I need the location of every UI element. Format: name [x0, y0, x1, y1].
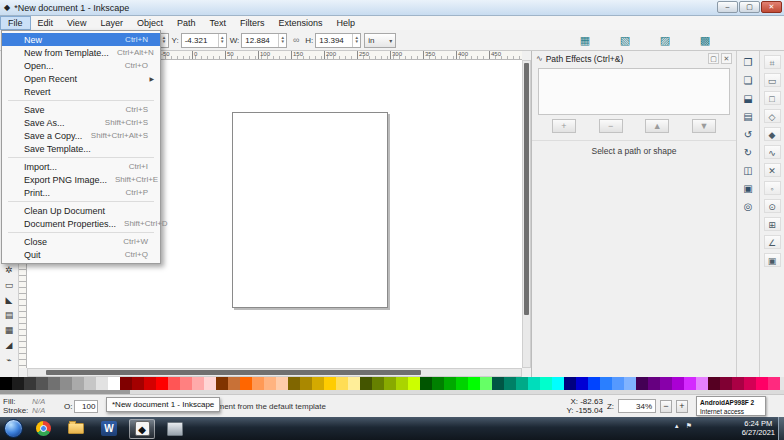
color-swatch[interactable] — [420, 377, 432, 390]
save-document-icon[interactable]: ⬓ — [740, 91, 757, 106]
menu-item[interactable]: Layer — [93, 16, 130, 30]
add-effect-button[interactable]: + — [552, 119, 576, 133]
file-menu-item[interactable]: Open... Ctrl+O — [2, 59, 160, 72]
taskbar-word-button[interactable]: W — [96, 419, 122, 439]
tray-caret-icon[interactable]: ▲ — [674, 423, 680, 429]
undo-icon[interactable]: ↺ — [740, 127, 757, 142]
eraser-tool-icon[interactable]: ▭ — [2, 278, 17, 292]
vertical-scrollbar-thumb[interactable] — [524, 63, 529, 315]
snap-nodes-icon[interactable]: ◆ — [764, 127, 781, 141]
color-swatch[interactable] — [192, 377, 204, 390]
zoom-in-button[interactable]: + — [676, 400, 688, 413]
width-input[interactable]: 12.884 ▲▼ — [241, 33, 287, 48]
menu-item[interactable]: Help — [329, 16, 362, 30]
file-menu-item[interactable]: Save Ctrl+S — [2, 103, 160, 116]
color-swatch[interactable] — [0, 377, 12, 390]
fill-stroke-indicator[interactable]: Fill: N/A Stroke: N/A — [3, 397, 45, 415]
move-patterns-icon[interactable]: ▧ — [616, 32, 634, 48]
snap-centers-icon[interactable]: ⊙ — [764, 199, 781, 213]
file-menu-item[interactable]: Save Template... — [2, 142, 160, 155]
menu-item[interactable]: Object — [130, 16, 170, 30]
lock-ratio-icon[interactable]: ∞ — [290, 35, 302, 45]
snap-enable-icon[interactable]: ⌗ — [764, 55, 781, 69]
color-swatch[interactable] — [756, 377, 768, 390]
maximize-button[interactable]: ▢ — [739, 1, 760, 13]
snap-midpoints-icon[interactable]: ◦ — [764, 181, 781, 195]
scale-stroke-icon[interactable]: ▨ — [656, 32, 674, 48]
color-swatch[interactable] — [636, 377, 648, 390]
horizontal-scrollbar[interactable] — [27, 368, 522, 377]
float-panel-icon[interactable]: ▢ — [708, 53, 719, 64]
color-swatch[interactable] — [276, 377, 288, 390]
menu-item[interactable]: Path — [170, 16, 203, 30]
zoom-out-button[interactable]: − — [660, 400, 672, 413]
move-gradients-icon[interactable]: ▦ — [576, 32, 594, 48]
color-swatch[interactable] — [48, 377, 60, 390]
y-input[interactable]: -4.321 ▲▼ — [181, 33, 227, 48]
file-menu-item[interactable] — [8, 201, 154, 202]
color-swatch[interactable] — [540, 377, 552, 390]
file-menu-item[interactable]: Document Properties... Shift+Ctrl+D — [2, 217, 160, 230]
color-swatch[interactable] — [672, 377, 684, 390]
spinner-arrows-icon[interactable]: ▲▼ — [278, 34, 286, 47]
vertical-scrollbar[interactable] — [522, 60, 531, 368]
taskbar-inkscape-button[interactable]: ◆ — [129, 419, 155, 439]
snap-page-border-icon[interactable]: ▣ — [764, 253, 781, 267]
color-swatch[interactable] — [456, 377, 468, 390]
bucket-fill-tool-icon[interactable]: ◣ — [2, 293, 17, 307]
color-swatch[interactable] — [360, 377, 372, 390]
move-effect-down-button[interactable]: ▼ — [692, 119, 716, 133]
color-swatch[interactable] — [84, 377, 96, 390]
color-swatch[interactable] — [60, 377, 72, 390]
color-swatch[interactable] — [732, 377, 744, 390]
menu-item[interactable]: Text — [202, 16, 233, 30]
color-swatch[interactable] — [384, 377, 396, 390]
gradient-tool-icon[interactable]: ▤ — [2, 308, 17, 322]
color-swatch[interactable] — [96, 377, 108, 390]
connector-tool-icon[interactable]: ⌁ — [2, 353, 17, 367]
start-button[interactable] — [4, 419, 23, 438]
new-document-icon[interactable]: ❐ — [740, 55, 757, 70]
color-swatch[interactable] — [300, 377, 312, 390]
color-swatch[interactable] — [600, 377, 612, 390]
file-menu-item[interactable]: Save a Copy... Shift+Ctrl+Alt+S — [2, 129, 160, 142]
move-effect-up-button[interactable]: ▲ — [645, 119, 669, 133]
color-swatch[interactable] — [24, 377, 36, 390]
zoom-input[interactable]: 34% — [618, 399, 656, 413]
file-menu-item[interactable] — [8, 157, 154, 158]
open-document-icon[interactable]: ❏ — [740, 73, 757, 88]
color-swatch[interactable] — [336, 377, 348, 390]
copy-icon[interactable]: ◫ — [740, 163, 757, 178]
color-swatch[interactable] — [228, 377, 240, 390]
taskbar-explorer-button[interactable] — [63, 419, 89, 439]
color-swatch[interactable] — [624, 377, 636, 390]
menu-item[interactable]: View — [60, 16, 93, 30]
remove-effect-button[interactable]: − — [599, 119, 623, 133]
color-swatch[interactable] — [36, 377, 48, 390]
snap-bbox-icon[interactable]: ▭ — [764, 73, 781, 87]
file-menu-item[interactable]: Print... Ctrl+P — [2, 186, 160, 199]
horizontal-scrollbar-thumb[interactable] — [46, 370, 421, 375]
opacity-input[interactable]: 100 — [74, 400, 98, 413]
menu-item[interactable]: Extensions — [271, 16, 329, 30]
color-swatch[interactable] — [312, 377, 324, 390]
color-swatch[interactable] — [288, 377, 300, 390]
file-menu-item[interactable]: Save As... Shift+Ctrl+S — [2, 116, 160, 129]
color-swatch[interactable] — [528, 377, 540, 390]
zoom-page-icon[interactable]: ◎ — [740, 199, 757, 214]
file-menu-item[interactable] — [8, 100, 154, 101]
color-swatch[interactable] — [264, 377, 276, 390]
scale-corners-icon[interactable]: ▩ — [696, 32, 714, 48]
color-swatch[interactable] — [156, 377, 168, 390]
snap-intersections-icon[interactable]: ✕ — [764, 163, 781, 177]
color-swatch[interactable] — [468, 377, 480, 390]
color-swatch[interactable] — [588, 377, 600, 390]
color-swatch[interactable] — [168, 377, 180, 390]
height-input[interactable]: 13.394 ▲▼ — [315, 33, 361, 48]
file-menu-item[interactable]: Clean Up Document — [2, 204, 160, 217]
color-swatch[interactable] — [492, 377, 504, 390]
file-menu-item[interactable]: New from Template... Ctrl+Alt+N — [2, 46, 160, 59]
color-swatch[interactable] — [108, 377, 120, 390]
color-swatch[interactable] — [552, 377, 564, 390]
paste-icon[interactable]: ▣ — [740, 181, 757, 196]
